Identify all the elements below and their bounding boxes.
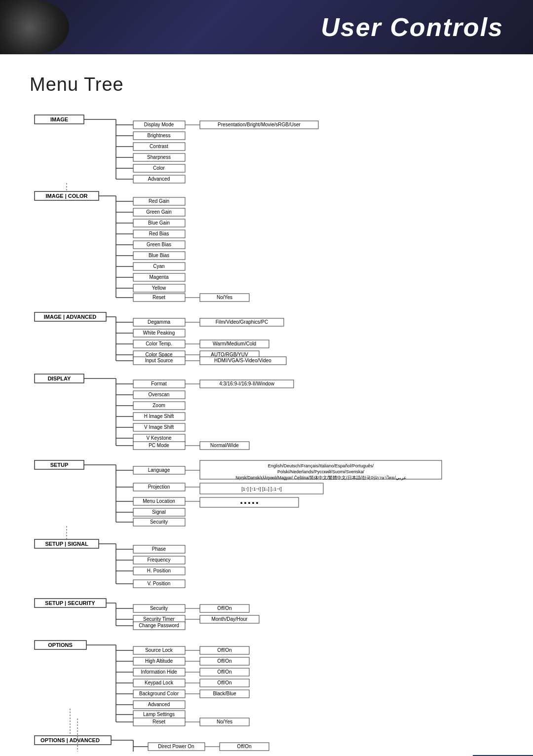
svg-text:SETUP | SIGNAL: SETUP | SIGNAL xyxy=(45,541,88,547)
svg-text:4:3/16:9-I/16:9-II/Window: 4:3/16:9-I/16:9-II/Window xyxy=(219,381,275,386)
svg-text:Normal/Wide: Normal/Wide xyxy=(210,443,239,448)
svg-text:Zoom: Zoom xyxy=(152,403,165,408)
svg-text:Sharpness: Sharpness xyxy=(147,154,171,160)
svg-text:Green Gain: Green Gain xyxy=(146,209,172,215)
svg-text:Blue Gain: Blue Gain xyxy=(148,220,170,226)
svg-text:Direct Power On: Direct Power On xyxy=(158,744,194,749)
svg-text:Warm/Medium/Cold: Warm/Medium/Cold xyxy=(213,341,256,346)
page-header: User Controls xyxy=(0,0,533,54)
svg-text:V. Position: V. Position xyxy=(148,581,171,586)
page-title: User Controls xyxy=(321,12,503,42)
svg-text:AUTO/RGB/YUV: AUTO/RGB/YUV xyxy=(211,352,248,357)
svg-text:Green Bias: Green Bias xyxy=(147,242,171,247)
svg-text:Norsk/Dansk/ελληνικά/Magyar/ Č: Norsk/Dansk/ελληνικά/Magyar/ Čeština/简体中… xyxy=(235,475,406,481)
svg-text:Advanced: Advanced xyxy=(148,176,170,182)
svg-text:Security: Security xyxy=(150,519,168,525)
svg-text:[1↑] [↑1⊣] [1↓] [↓1⊣]: [1↑] [↑1⊣] [1↓] [↓1⊣] xyxy=(241,487,282,491)
main-content: Menu Tree IMAGE Display Mode Presentatio… xyxy=(0,54,533,756)
svg-text:Background Color: Background Color xyxy=(139,691,179,696)
svg-text:Signal: Signal xyxy=(152,509,166,515)
svg-text:Projection: Projection xyxy=(148,484,170,490)
svg-text:Off/On: Off/On xyxy=(217,605,231,611)
svg-text:Overscan: Overscan xyxy=(149,392,170,397)
svg-text:PC Mode: PC Mode xyxy=(149,443,169,448)
svg-text:Contrast: Contrast xyxy=(150,144,168,149)
svg-text:Red Bias: Red Bias xyxy=(149,231,169,236)
svg-text:Language: Language xyxy=(148,467,170,473)
svg-text:Information Hide: Information Hide xyxy=(141,669,177,675)
tree-svg: IMAGE Display Mode Presentation/Bright/M… xyxy=(30,110,454,752)
svg-text:High Altitude: High Altitude xyxy=(145,658,173,664)
svg-text:White Peaking: White Peaking xyxy=(143,330,175,336)
svg-text:Yellow: Yellow xyxy=(152,285,166,291)
svg-text:H. Position: H. Position xyxy=(147,568,171,573)
svg-text:Off/On: Off/On xyxy=(217,658,231,664)
svg-text:Frequency: Frequency xyxy=(147,557,170,563)
svg-text:HDMI/VGA/S-Video/Video: HDMI/VGA/S-Video/Video xyxy=(214,358,271,363)
svg-text:Phase: Phase xyxy=(152,546,166,552)
svg-text:Change Password: Change Password xyxy=(139,623,179,628)
svg-text:Security Timer: Security Timer xyxy=(143,616,175,622)
svg-text:Color Space: Color Space xyxy=(145,352,172,357)
svg-text:V Keystone: V Keystone xyxy=(146,435,172,441)
svg-text:Display Mode: Display Mode xyxy=(144,122,174,127)
svg-text:No/Yes: No/Yes xyxy=(217,295,232,300)
svg-text:Keypad Lock: Keypad Lock xyxy=(145,680,174,685)
svg-text:OPTIONS | ADVANCED: OPTIONS | ADVANCED xyxy=(40,737,100,743)
menu-tree-diagram: IMAGE Display Mode Presentation/Bright/M… xyxy=(30,110,454,752)
svg-text:Color: Color xyxy=(153,165,165,171)
svg-text:English/Deutsch/Français/Itali: English/Deutsch/Français/Italiano/Españo… xyxy=(268,463,374,468)
svg-text:Off/On: Off/On xyxy=(217,680,231,685)
svg-text:Advanced: Advanced xyxy=(148,702,170,707)
svg-text:SETUP: SETUP xyxy=(50,462,69,468)
svg-text:Brightness: Brightness xyxy=(147,133,170,138)
svg-text:Presentation/Bright/Movie/sRGB: Presentation/Bright/Movie/sRGB/User xyxy=(218,122,301,127)
svg-text:Blue Bias: Blue Bias xyxy=(149,253,169,258)
svg-text:Menu Location: Menu Location xyxy=(143,498,175,504)
svg-text:Format: Format xyxy=(151,381,167,386)
svg-text:Reset: Reset xyxy=(152,295,165,300)
svg-text:Off/On: Off/On xyxy=(217,669,231,675)
svg-text:Film/Video/Graphics/PC: Film/Video/Graphics/PC xyxy=(216,319,268,325)
svg-text:Input Source: Input Source xyxy=(145,358,173,363)
svg-text:Source Lock: Source Lock xyxy=(145,647,173,653)
svg-text:SETUP | SECURITY: SETUP | SECURITY xyxy=(45,600,95,606)
svg-text:Month/Day/Hour: Month/Day/Hour xyxy=(212,616,248,622)
svg-text:IMAGE | COLOR: IMAGE | COLOR xyxy=(46,193,88,199)
svg-text:DISPLAY: DISPLAY xyxy=(48,376,71,381)
svg-text:Reset: Reset xyxy=(152,719,165,724)
svg-text:Black/Blue: Black/Blue xyxy=(213,691,236,696)
svg-text:Red Gain: Red Gain xyxy=(149,198,169,204)
svg-text:Cyan: Cyan xyxy=(153,264,164,269)
svg-text:V Image Shift: V Image Shift xyxy=(144,424,174,430)
svg-text:Security: Security xyxy=(150,605,168,611)
svg-text:Off/On: Off/On xyxy=(217,647,231,653)
svg-text:Color Temp.: Color Temp. xyxy=(146,341,172,346)
svg-text:No/Yes: No/Yes xyxy=(217,719,232,724)
svg-text:IMAGE | ADVANCED: IMAGE | ADVANCED xyxy=(44,314,96,320)
svg-text:Magenta: Magenta xyxy=(150,274,169,280)
svg-text:H Image Shift: H Image Shift xyxy=(144,414,174,419)
lens-graphic xyxy=(0,0,69,54)
svg-text:IMAGE: IMAGE xyxy=(50,116,68,122)
svg-text:OPTIONS: OPTIONS xyxy=(48,642,73,648)
svg-text:Polski/Nederlands/Русский/Suom: Polski/Nederlands/Русский/Suomi/Svenska/ xyxy=(277,469,364,474)
svg-text:Lamp Settings: Lamp Settings xyxy=(143,712,175,717)
svg-text:Degamma: Degamma xyxy=(148,319,171,325)
svg-text:Off/On: Off/On xyxy=(237,744,251,749)
svg-text:● ● ● ● ●: ● ● ● ● ● xyxy=(240,500,258,505)
section-title: Menu Tree xyxy=(30,74,503,95)
